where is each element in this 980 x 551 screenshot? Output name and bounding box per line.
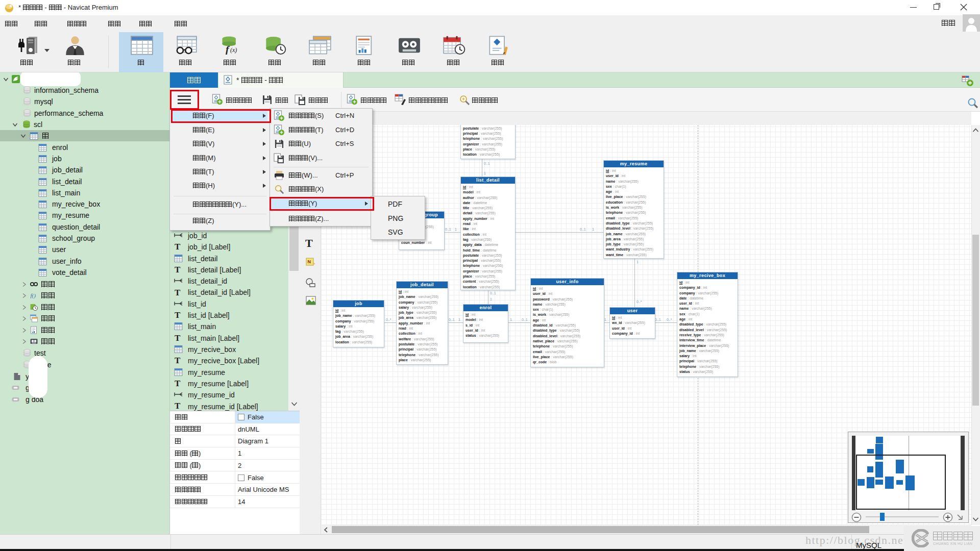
svg-text:(x): (x): [230, 46, 237, 54]
svg-text:T: T: [175, 379, 181, 387]
svg-text:N: N: [308, 259, 311, 264]
svg-text:f(): f(): [31, 292, 36, 299]
svg-text:T: T: [175, 311, 181, 319]
svg-text:T: T: [175, 288, 181, 296]
svg-text:T: T: [175, 356, 181, 364]
svg-text:T: T: [175, 242, 181, 251]
svg-text:T: T: [175, 265, 181, 273]
svg-text:T: T: [175, 334, 181, 342]
svg-text:T: T: [175, 402, 181, 410]
